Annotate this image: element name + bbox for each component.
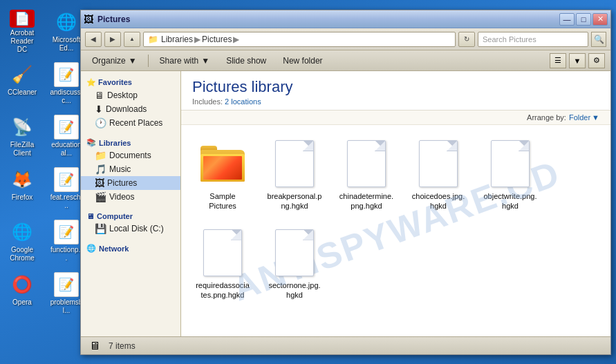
file-item-sample-pictures[interactable]: Sample Pictures [192,136,253,214]
close-button[interactable]: ✕ [592,13,608,26]
document-icon [275,140,314,187]
nav-item-recent-places[interactable]: 🕐 Recent Places [81,116,180,130]
nav-item-documents[interactable]: 📁 Documents [81,149,180,162]
firefox-icon: 🦊 [10,167,35,192]
desktop-icon-label: Opera [12,298,32,307]
nav-divider-2 [81,204,180,209]
file-item-objectwrite[interactable]: objectwrite.png.hgkd [480,136,541,214]
recent-places-nav-icon: 🕐 [95,117,106,128]
window-icon: 🖼 [84,14,95,25]
desktop-icon-filezilla[interactable]: 📡 FileZilla Client [3,112,41,162]
folder-icon-container [198,139,248,189]
refresh-button[interactable]: ↻ [458,32,475,47]
back-button[interactable]: ◀ [85,32,102,47]
desktop-icon-label: Microsoft Ed... [50,36,83,52]
navigation-bar: ◀ ▶ ▲ 📁 Libraries ▶ Pictures ▶ ↻ Search … [81,28,610,50]
slideshow-button[interactable]: Slide show [221,53,272,68]
file-item-sectornone[interactable]: sectornone.jpg.hgkd [264,225,325,303]
toolbar-right-section: ☰ ▼ ⚙ [550,53,605,68]
network-nav-icon: 🌐 [86,244,96,253]
up-button[interactable]: ▲ [124,32,140,47]
new-folder-button[interactable]: New folder [277,53,328,68]
desktop-icon-label: Firefox [12,193,33,202]
desktop-icon-label: functionp... [50,246,83,262]
share-with-button[interactable]: Share with ▼ [154,53,216,68]
desktop-icon-opera[interactable]: ⭕ Opera [3,269,41,319]
doc-icon: 📝 [54,272,79,297]
pictures-nav-icon: 🖼 [95,178,104,189]
doc-icon-container [198,228,248,278]
search-box[interactable]: Search Pictures [478,32,588,47]
view-details-button[interactable]: ⚙ [588,53,605,68]
nav-item-videos[interactable]: 🎬 Videos [81,190,180,204]
address-libraries[interactable]: Libraries [161,35,193,44]
desktop-icon-label: Google Chrome [6,246,39,262]
nav-divider-3 [81,236,180,241]
file-name: choicedoes.jpg.hgkd [411,191,466,211]
address-icon: 📁 [148,35,158,44]
file-item-chinadetermine[interactable]: chinadetermine.png.hgkd [336,136,397,214]
filezilla-icon: 📡 [10,115,35,140]
forward-button[interactable]: ▶ [104,32,121,47]
toolbar-separator-1 [148,55,149,67]
doc-icon-container [270,228,319,278]
videos-nav-icon: 🎬 [95,191,106,202]
document-icon [419,140,458,187]
doc-icon-container [485,139,535,189]
network-section-label[interactable]: 🌐 Network [81,241,180,254]
arrange-dropdown[interactable]: Folder ▼ [569,113,599,122]
desktop-icon-ccleaner[interactable]: 🧹 CCleaner [3,59,41,109]
search-button[interactable]: 🔍 [591,32,606,47]
opera-icon: ⭕ [10,272,35,297]
desktop-icon-label: FileZilla Client [6,141,39,157]
locations-link[interactable]: 2 locations [225,97,261,106]
local-disk-nav-icon: 💾 [95,223,106,234]
file-item-requiredassociates[interactable]: requiredassociates.png.hgkd [192,225,253,303]
maximize-button[interactable]: □ [576,13,591,26]
desktop-icons-container: 📄 Acrobat Reader DC 🌐 Microsoft Ed... 🧹 … [0,0,91,326]
document-icon [203,229,242,276]
organize-dropdown-icon: ▼ [129,56,137,66]
favorites-section-label[interactable]: ⭐ Favorites [81,75,180,88]
desktop-icon-label: Acrobat Reader DC [6,29,39,54]
computer-nav-icon: 🖥 [86,212,94,220]
desktop-icon-firefox[interactable]: 🦊 Firefox [3,164,41,214]
desktop-icon-label: CCleaner [8,88,37,97]
nav-item-music[interactable]: 🎵 Music [81,162,180,176]
nav-item-pictures[interactable]: 🖼 Pictures [81,176,180,190]
nav-divider-1 [81,130,180,135]
address-bar[interactable]: 📁 Libraries ▶ Pictures ▶ [143,32,456,47]
chrome-icon: 🌐 [10,220,35,245]
file-name: chinadetermine.png.hgkd [339,191,394,211]
file-name: breakpersonal.png.hgkd [267,191,322,211]
desktop-icon-label: problemsbl... [50,298,83,315]
arrange-label: Arrange by: [527,113,566,122]
file-item-breakpersonal[interactable]: breakpersonal.png.hgkd [264,136,325,214]
desktop-icon-acrobat[interactable]: 📄 Acrobat Reader DC [3,7,41,57]
nav-item-desktop[interactable]: 🖥 Desktop [81,88,180,102]
nav-item-downloads[interactable]: ⬇ Downloads [81,102,180,116]
window-title: Pictures [97,15,558,24]
nav-item-local-disk[interactable]: 💾 Local Disk (C:) [81,222,180,236]
minimize-button[interactable]: — [559,13,575,26]
libraries-section-label[interactable]: 📚 Libraries [81,135,180,149]
main-content-area: ⭐ Favorites 🖥 Desktop ⬇ Downloads 🕐 Rece… [81,71,610,336]
doc-icon-container [342,139,391,189]
computer-section-label[interactable]: 🖥 Computer [81,209,180,222]
ccleaner-icon: 🧹 [10,62,35,87]
desktop-icon-label: andiscuss.c... [50,88,83,105]
title-bar: 🖼 Pictures — □ ✕ [81,10,610,28]
file-item-choicedoes[interactable]: choicedoes.jpg.hgkd [408,136,469,214]
file-name: requiredassociates.png.hgkd [195,280,250,300]
document-icon [347,140,386,187]
acrobat-icon: 📄 [10,10,35,28]
document-icon [275,229,314,276]
address-pictures[interactable]: Pictures [202,35,232,44]
doc-icon: 📝 [54,220,79,245]
desktop-icon-chrome[interactable]: 🌐 Google Chrome [3,217,41,267]
view-list-button[interactable]: ☰ [550,53,566,68]
view-toggle-button[interactable]: ▼ [569,53,586,68]
navigation-pane: ⭐ Favorites 🖥 Desktop ⬇ Downloads 🕐 Rece… [81,71,181,336]
doc-icon: 📝 [54,115,79,140]
organize-button[interactable]: Organize ▼ [86,53,142,68]
